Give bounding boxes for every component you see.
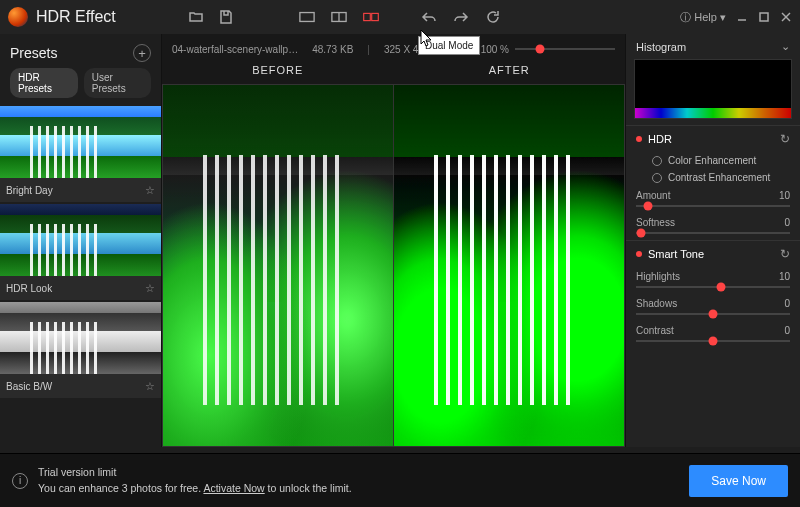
smart-tone-panel: Smart Tone ↻ Highlights10 Shadows0 Contr… [626,240,800,348]
zoom-value: 100 % [481,44,509,55]
before-label: BEFORE [162,64,394,84]
preset-thumbnail [0,204,161,276]
bottom-bar: i Trial version limit You can enhance 3 … [0,453,800,507]
file-tools [188,9,234,25]
activate-link[interactable]: Activate Now [203,482,264,494]
chevron-down-icon: ⌄ [781,40,790,53]
radio-label: Color Enhancement [668,155,756,166]
preset-item[interactable]: Bright Day☆ [0,106,161,202]
single-view-icon[interactable] [299,9,315,25]
help-menu[interactable]: ⓘ Help ▾ [680,10,726,25]
histogram-label: Histogram [636,41,686,53]
redo-icon[interactable] [453,9,469,25]
reset-hdr-icon[interactable]: ↻ [780,132,790,146]
reset-smart-tone-icon[interactable]: ↻ [780,247,790,261]
adjustments-panel: Histogram ⌄ HDR ↻ Color Enhancement Cont… [625,34,800,447]
center-panel: 04-waterfall-scenery-wallp… 48.73 KB | 3… [162,34,625,447]
slider-label: Softness [636,217,675,228]
smart-tone-header[interactable]: Smart Tone ↻ [626,241,800,267]
split-view-icon[interactable] [331,9,347,25]
amount-slider[interactable] [636,205,790,207]
presets-sidebar: Presets + HDR Presets User Presets Brigh… [0,34,162,447]
trial-title: Trial version limit [38,465,352,481]
after-label: AFTER [394,64,626,84]
save-file-icon[interactable] [218,9,234,25]
view-mode-group [299,9,501,25]
tab-user-presets[interactable]: User Presets [84,68,151,98]
contrast-slider-row: Contrast0 [626,321,800,348]
info-icon: i [12,473,28,489]
before-pane[interactable] [162,84,394,447]
svg-rect-3 [364,13,371,20]
slider-label: Highlights [636,271,680,282]
window-controls: ⓘ Help ▾ [680,10,792,25]
radio-label: Contrast Enhancement [668,172,770,183]
histogram-display [634,59,792,119]
slider-value: 10 [779,190,790,201]
highlights-slider-row: Highlights10 [626,267,800,294]
preset-thumbnail [0,302,161,374]
app-title: HDR Effect [36,8,116,26]
slider-label: Amount [636,190,670,201]
slider-value: 0 [784,298,790,309]
open-folder-icon[interactable] [188,9,204,25]
add-preset-button[interactable]: + [133,44,151,62]
maximize-icon[interactable] [758,11,770,23]
preset-item[interactable]: Basic B/W☆ [0,302,161,398]
dual-view-icon[interactable] [363,9,379,25]
undo-icon[interactable] [421,9,437,25]
save-now-button[interactable]: Save Now [689,465,788,497]
tooltip-dual-mode: Dual Mode [418,36,480,55]
slider-value: 0 [784,325,790,336]
title-bar: HDR Effect ⓘ Help ▾ [0,0,800,34]
after-pane[interactable] [394,84,625,447]
active-dot-icon [636,251,642,257]
favorite-icon[interactable]: ☆ [145,282,155,295]
file-size: 48.73 KB [312,44,353,55]
close-icon[interactable] [780,11,792,23]
histogram-header[interactable]: Histogram ⌄ [626,34,800,59]
preset-thumbnail [0,106,161,178]
smart-tone-title: Smart Tone [648,248,704,260]
file-name: 04-waterfall-scenery-wallp… [172,44,298,55]
file-info-bar: 04-waterfall-scenery-wallp… 48.73 KB | 3… [162,34,625,64]
slider-value: 0 [784,217,790,228]
preset-item[interactable]: HDR Look☆ [0,204,161,300]
shadows-slider[interactable] [636,313,790,315]
trial-line-b: to unlock the limit. [265,482,352,494]
app-logo [8,7,28,27]
slider-label: Shadows [636,298,677,309]
preset-label: Basic B/W [6,381,52,392]
contrast-enhancement-radio[interactable]: Contrast Enhancement [626,169,800,186]
active-dot-icon [636,136,642,142]
hdr-panel: HDR ↻ Color Enhancement Contrast Enhance… [626,125,800,240]
preset-label: HDR Look [6,283,52,294]
svg-rect-6 [760,13,768,21]
presets-title: Presets [10,45,57,61]
favorite-icon[interactable]: ☆ [145,184,155,197]
minimize-icon[interactable] [736,11,748,23]
svg-rect-0 [300,13,314,22]
softness-slider-row: Softness0 [626,213,800,240]
favorite-icon[interactable]: ☆ [145,380,155,393]
color-enhancement-radio[interactable]: Color Enhancement [626,152,800,169]
highlights-slider[interactable] [636,286,790,288]
hdr-panel-header[interactable]: HDR ↻ [626,126,800,152]
contrast-slider[interactable] [636,340,790,342]
trial-line-a: You can enhance 3 photos for free. [38,482,203,494]
shadows-slider-row: Shadows0 [626,294,800,321]
reset-all-icon[interactable] [485,9,501,25]
amount-slider-row: Amount10 [626,186,800,213]
softness-slider[interactable] [636,232,790,234]
tab-hdr-presets[interactable]: HDR Presets [10,68,78,98]
slider-label: Contrast [636,325,674,336]
slider-value: 10 [779,271,790,282]
preset-label: Bright Day [6,185,53,196]
help-label: Help [694,11,717,23]
zoom-slider[interactable] [515,48,615,50]
radio-icon [652,173,662,183]
trial-text: Trial version limit You can enhance 3 ph… [38,465,352,497]
hdr-title: HDR [648,133,672,145]
svg-rect-4 [372,13,379,20]
radio-icon [652,156,662,166]
